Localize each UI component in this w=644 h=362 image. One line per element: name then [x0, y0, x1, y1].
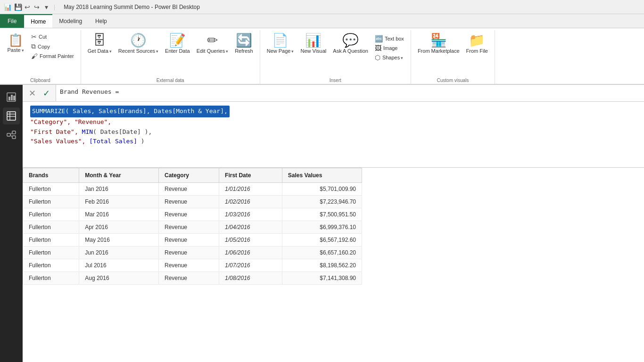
- table-header: Brands Month & Year Category First Date …: [23, 168, 362, 183]
- formula-text[interactable]: Brand Revenues =: [56, 85, 644, 101]
- title-bar: 📊 💾 ↩ ↪ ▾ | May 2018 Learning Summit Dem…: [0, 0, 644, 14]
- copy-icon: ⧉: [31, 42, 36, 50]
- cell-month-year: Apr 2016: [79, 221, 159, 234]
- dax-line-2: "Category", "Revenue",: [30, 117, 636, 127]
- svg-rect-9: [12, 131, 16, 134]
- cell-month-year: Aug 2016: [79, 272, 159, 285]
- header-row: Brands Month & Year Category First Date …: [23, 168, 362, 183]
- cell-sales-values: $5,701,009.90: [282, 183, 362, 196]
- col-header-category: Category: [159, 168, 219, 183]
- cell-first-date: 1/05/2016: [219, 234, 282, 247]
- cell-first-date: 1/07/2016: [219, 259, 282, 272]
- app-container: ✕ ✓ Brand Revenues = SUMMARIZE( Sales, S…: [0, 85, 644, 362]
- clipboard-small-buttons: ✂ Cut ⧉ Copy 🖌 Format Painter: [28, 32, 77, 61]
- table-row: Fullerton Jan 2016 Revenue 1/01/2016 $5,…: [23, 183, 362, 196]
- copy-label: Copy: [38, 44, 50, 49]
- shapes-button[interactable]: ⬡ Shapes: [372, 53, 407, 62]
- enter-data-icon: 📝: [169, 34, 186, 47]
- ribbon: 📋 Paste ✂ Cut ⧉ Copy 🖌 Format Painter C: [0, 28, 644, 85]
- image-button[interactable]: 🖼 Image: [372, 43, 407, 53]
- dax-line4-text: "Sales Values",: [30, 138, 89, 145]
- from-file-icon: 📁: [469, 34, 485, 47]
- new-visual-icon: 📊: [305, 34, 322, 47]
- sidebar-item-report-view[interactable]: [3, 89, 20, 106]
- enter-data-label: Enter Data: [165, 48, 190, 54]
- text-box-icon: 🔤: [375, 35, 383, 42]
- refresh-button[interactable]: 🔄 Refresh: [232, 32, 256, 56]
- marketplace-icon: 🏪: [430, 34, 447, 47]
- sidebar-item-model-view[interactable]: [3, 126, 20, 143]
- dax-highlighted-text: SUMMARIZE( Sales, Sales[Brands], Dates[M…: [30, 106, 230, 117]
- from-file-button[interactable]: 📁 From File: [463, 32, 491, 56]
- formula-controls: ✕ ✓: [23, 85, 56, 101]
- ask-question-button[interactable]: 💬 Ask A Question: [330, 32, 371, 56]
- paste-button[interactable]: 📋 Paste: [4, 32, 27, 55]
- recent-sources-icon: 🕐: [130, 34, 147, 47]
- recent-sources-button[interactable]: 🕐 Recent Sources: [116, 32, 161, 56]
- quick-access-toolbar: 💾 ↩ ↪ ▾ |: [14, 3, 57, 11]
- from-file-label: From File: [466, 48, 488, 54]
- cell-category: Revenue: [159, 234, 219, 247]
- new-page-icon: 📄: [272, 34, 289, 47]
- cell-category: Revenue: [159, 247, 219, 259]
- table-row: Fullerton Jul 2016 Revenue 1/07/2016 $8,…: [23, 259, 362, 272]
- table-row: Fullerton Aug 2016 Revenue 1/08/2016 $7,…: [23, 272, 362, 285]
- clipboard-group-label: Clipboard: [4, 78, 77, 84]
- cell-brand: Fullerton: [23, 196, 79, 208]
- text-box-button[interactable]: 🔤 Text box: [372, 34, 407, 43]
- dax-editor[interactable]: SUMMARIZE( Sales, Sales[Brands], Dates[M…: [23, 102, 644, 168]
- enter-data-button[interactable]: 📝 Enter Data: [162, 32, 193, 56]
- new-visual-button[interactable]: 📊 New Visual: [297, 32, 329, 56]
- save-icon[interactable]: 💾: [14, 3, 22, 11]
- cell-category: Revenue: [159, 221, 219, 234]
- from-marketplace-button[interactable]: 🏪 From Marketplace: [415, 32, 462, 56]
- cell-month-year: Feb 2016: [79, 196, 159, 208]
- left-sidebar: [0, 85, 23, 362]
- undo-icon[interactable]: ↩: [24, 3, 31, 11]
- cut-icon: ✂: [31, 33, 37, 41]
- edit-queries-button[interactable]: ✏ Edit Queries: [194, 32, 231, 56]
- svg-rect-3: [13, 96, 15, 100]
- window-title: May 2018 Learning Summit Demo - Power BI…: [64, 4, 200, 10]
- menu-modeling[interactable]: Modeling: [52, 14, 89, 28]
- edit-queries-icon: ✏: [207, 34, 218, 47]
- refresh-label: Refresh: [235, 48, 253, 54]
- format-painter-button[interactable]: 🖌 Format Painter: [28, 51, 77, 61]
- cell-first-date: 1/03/2016: [219, 208, 282, 221]
- get-data-label: Get Data: [88, 48, 112, 54]
- cell-sales-values: $7,141,308.90: [282, 272, 362, 285]
- dax-line-1: SUMMARIZE( Sales, Sales[Brands], Dates[M…: [30, 106, 636, 117]
- new-page-button[interactable]: 📄 New Page: [264, 32, 297, 56]
- clipboard-items: 📋 Paste ✂ Cut ⧉ Copy 🖌 Format Painter: [4, 32, 77, 77]
- menu-home[interactable]: Home: [24, 14, 52, 28]
- redo-icon[interactable]: ↪: [33, 3, 41, 11]
- ask-question-icon: 💬: [342, 34, 359, 47]
- formula-confirm-button[interactable]: ✓: [41, 88, 52, 99]
- menu-file[interactable]: File: [0, 14, 24, 28]
- from-marketplace-label: From Marketplace: [418, 48, 460, 54]
- get-data-button[interactable]: 🗄 Get Data: [85, 32, 115, 56]
- format-painter-icon: 🖌: [31, 52, 38, 60]
- cell-first-date: 1/08/2016: [219, 272, 282, 285]
- cut-button[interactable]: ✂ Cut: [28, 32, 77, 41]
- sidebar-item-data-view[interactable]: [3, 107, 20, 124]
- table-row: Fullerton Feb 2016 Revenue 1/02/2016 $7,…: [23, 196, 362, 208]
- shapes-icon: ⬡: [375, 54, 380, 61]
- cell-first-date: 1/04/2016: [219, 221, 282, 234]
- data-table[interactable]: Brands Month & Year Category First Date …: [23, 168, 644, 362]
- col-header-first-date: First Date: [219, 168, 282, 183]
- custom-visuals-items: 🏪 From Marketplace 📁 From File: [415, 32, 491, 77]
- col-header-brands: Brands: [23, 168, 79, 183]
- cell-sales-values: $6,657,160.20: [282, 247, 362, 259]
- customize-icon[interactable]: ▾: [42, 3, 50, 11]
- insert-items: 📄 New Page 📊 New Visual 💬 Ask A Question…: [264, 32, 407, 77]
- copy-button[interactable]: ⧉ Copy: [28, 41, 77, 51]
- menu-help[interactable]: Help: [89, 14, 114, 28]
- svg-rect-10: [12, 136, 16, 139]
- dax-line-3: "First Date", MIN( Dates[Date] ),: [30, 127, 636, 137]
- cell-category: Revenue: [159, 259, 219, 272]
- external-data-items: 🗄 Get Data 🕐 Recent Sources 📝 Enter Data…: [85, 32, 256, 77]
- paste-label: Paste: [7, 47, 24, 53]
- cell-category: Revenue: [159, 196, 219, 208]
- formula-cancel-button[interactable]: ✕: [26, 88, 38, 99]
